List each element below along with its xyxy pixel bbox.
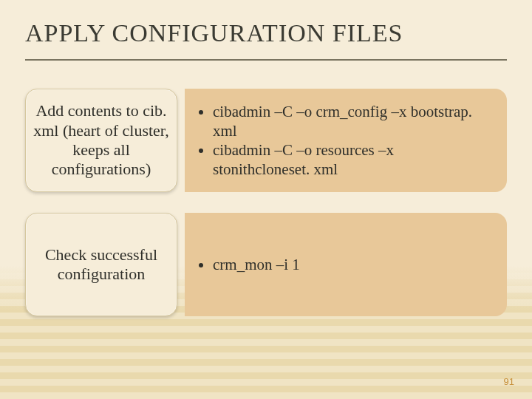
bullet-item: cibadmin –C –o crm_config –x bootstrap. … [213,102,494,141]
row-heading: Check successful configuration [33,245,169,284]
slide: APPLY CONFIGURATION FILES Add contents t… [0,0,532,399]
row: Check successful configuration crm_mon –… [25,213,507,316]
row-heading-card: Check successful configuration [25,213,177,316]
bullet-list: cibadmin –C –o crm_config –x bootstrap. … [198,102,494,180]
row-heading: Add contents to cib. xml (heart of clust… [33,101,169,180]
row-heading-card: Add contents to cib. xml (heart of clust… [25,89,177,192]
content-rows: Add contents to cib. xml (heart of clust… [25,89,507,316]
page-number: 91 [504,376,514,387]
bullet-list: crm_mon –i 1 [198,255,300,274]
bullet-item: cibadmin –C –o resources –x stonithclone… [213,140,494,180]
row-body-card: cibadmin –C –o crm_config –x bootstrap. … [185,89,507,192]
title-underline [25,59,507,61]
bullet-item: crm_mon –i 1 [213,255,300,274]
slide-title: APPLY CONFIGURATION FILES [25,19,507,47]
row-body-card: crm_mon –i 1 [185,213,507,316]
row: Add contents to cib. xml (heart of clust… [25,89,507,192]
